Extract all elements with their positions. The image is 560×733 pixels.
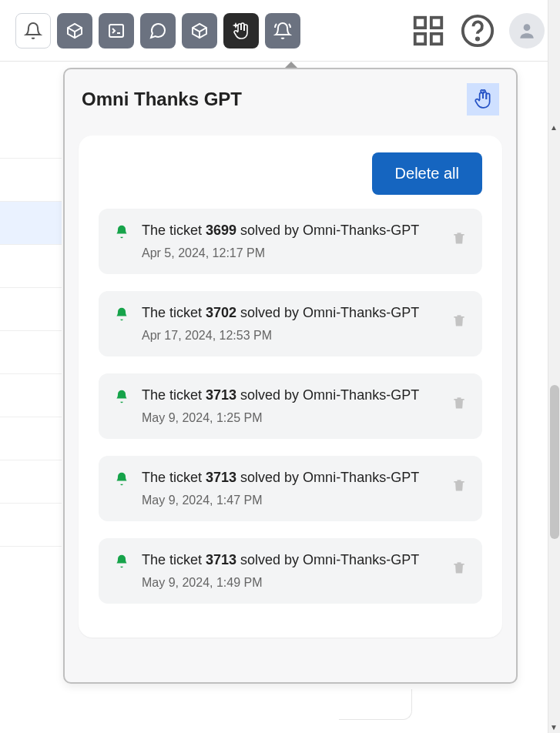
cube-app-button-1[interactable] — [57, 13, 92, 49]
toolbar-left-group — [15, 13, 300, 49]
hand-sparkle-icon — [232, 22, 250, 40]
notification-ticket-number: 3713 — [206, 552, 236, 567]
svg-rect-11 — [454, 481, 464, 483]
notification-body: The ticket 3713 solved by Omni-Thanks-GP… — [142, 552, 439, 590]
notification-bell-icon — [114, 306, 129, 325]
svg-point-6 — [477, 38, 478, 39]
notification-body: The ticket 3713 solved by Omni-Thanks-GP… — [142, 470, 439, 507]
notification-ticket-number: 3713 — [206, 470, 236, 485]
terminal-app-button[interactable] — [99, 13, 134, 49]
notification-item[interactable]: The ticket 3713 solved by Omni-Thanks-GP… — [99, 456, 482, 521]
notification-suffix: solved by Omni-Thanks-GPT — [236, 470, 419, 485]
svg-rect-4 — [431, 33, 441, 43]
popover-body[interactable]: Delete all The ticket 3699 solved by Omn… — [65, 125, 516, 682]
user-avatar[interactable] — [509, 13, 545, 49]
rail-row[interactable] — [0, 288, 62, 331]
notification-date: May 9, 2024, 1:47 PM — [142, 494, 439, 507]
notification-date: May 9, 2024, 1:49 PM — [142, 576, 439, 590]
scroll-down-arrow[interactable]: ▼ — [550, 723, 558, 731]
bell-icon — [24, 22, 42, 40]
svg-rect-0 — [109, 25, 123, 37]
rail-row[interactable] — [0, 547, 62, 602]
cube-app-button-2[interactable] — [182, 13, 217, 49]
rail-row-active[interactable] — [0, 202, 62, 245]
notification-item[interactable]: The ticket 3713 solved by Omni-Thanks-GP… — [99, 538, 482, 604]
notification-item[interactable]: The ticket 3702 solved by Omni-Thanks-GP… — [99, 291, 482, 356]
alerts-button[interactable] — [265, 13, 300, 49]
rail-row[interactable] — [0, 159, 62, 202]
notification-suffix: solved by Omni-Thanks-GPT — [236, 552, 419, 567]
popover-panel: Omni Thanks GPT Delete all The ticket 36… — [63, 68, 518, 684]
thanks-gpt-button-active[interactable] — [223, 13, 259, 49]
scroll-thumb[interactable] — [550, 385, 559, 539]
delete-notification-button[interactable] — [451, 230, 467, 249]
notification-date: Apr 17, 2024, 12:53 PM — [142, 329, 439, 343]
notification-date: Apr 5, 2024, 12:17 PM — [142, 246, 439, 260]
cube-icon — [65, 22, 84, 40]
background-panel-edge — [339, 689, 412, 720]
notification-list: The ticket 3699 solved by Omni-Thanks-GP… — [99, 209, 482, 604]
svg-rect-10 — [454, 399, 464, 400]
page-scrollbar[interactable]: ▲ ▼ — [548, 0, 560, 733]
chat-app-button[interactable] — [140, 13, 176, 49]
notification-text: The ticket 3702 solved by Omni-Thanks-GP… — [142, 305, 439, 321]
notification-bell-icon — [114, 554, 129, 572]
thanks-gpt-popover: Omni Thanks GPT Delete all The ticket 36… — [63, 68, 518, 684]
notification-item[interactable]: The ticket 3713 solved by Omni-Thanks-GP… — [99, 373, 482, 439]
notification-text: The ticket 3713 solved by Omni-Thanks-GP… — [142, 470, 439, 486]
terminal-icon — [107, 22, 126, 40]
toolbar-right-group — [411, 13, 545, 49]
notification-item[interactable]: The ticket 3699 solved by Omni-Thanks-GP… — [99, 209, 482, 274]
rail-row[interactable] — [0, 331, 62, 374]
notification-prefix: The ticket — [142, 470, 206, 485]
help-button[interactable] — [460, 13, 495, 49]
notification-body: The ticket 3699 solved by Omni-Thanks-GP… — [142, 223, 439, 260]
rail-row[interactable] — [0, 417, 62, 460]
notification-date: May 9, 2024, 1:25 PM — [142, 411, 439, 425]
notification-prefix: The ticket — [142, 223, 206, 238]
svg-rect-3 — [415, 33, 425, 43]
scroll-up-arrow[interactable]: ▲ — [550, 123, 558, 132]
popover-caret — [285, 62, 297, 68]
delete-notification-button[interactable] — [451, 395, 467, 413]
rail-row[interactable] — [0, 115, 62, 159]
thanks-logo — [467, 83, 499, 115]
notification-bell-icon — [114, 471, 129, 490]
top-toolbar — [0, 0, 560, 62]
notifications-card: Delete all The ticket 3699 solved by Omn… — [79, 136, 502, 638]
apps-grid-button[interactable] — [411, 13, 446, 49]
delete-notification-button[interactable] — [451, 313, 467, 331]
rail-row[interactable] — [0, 460, 62, 504]
notification-suffix: solved by Omni-Thanks-GPT — [236, 305, 419, 320]
rail-row[interactable] — [0, 504, 62, 547]
notification-bell-icon — [114, 224, 129, 243]
ringing-bell-icon — [273, 22, 292, 40]
svg-point-7 — [524, 24, 531, 31]
notification-suffix: solved by Omni-Thanks-GPT — [236, 387, 419, 403]
delete-notification-button[interactable] — [451, 560, 467, 578]
left-rail — [0, 115, 62, 602]
popover-title: Omni Thanks GPT — [82, 89, 242, 110]
notification-body: The ticket 3702 solved by Omni-Thanks-GP… — [142, 305, 439, 343]
notification-bell-icon — [114, 389, 129, 407]
popover-header: Omni Thanks GPT — [65, 69, 516, 125]
notification-text: The ticket 3713 solved by Omni-Thanks-GP… — [142, 387, 439, 403]
notification-body: The ticket 3713 solved by Omni-Thanks-GP… — [142, 387, 439, 425]
notification-text: The ticket 3713 solved by Omni-Thanks-GP… — [142, 552, 439, 568]
delete-all-button[interactable]: Delete all — [372, 152, 482, 195]
delete-all-row: Delete all — [99, 152, 482, 195]
rail-row[interactable] — [0, 374, 62, 417]
user-icon — [517, 21, 537, 41]
help-icon — [460, 13, 495, 49]
notifications-button[interactable] — [15, 13, 51, 49]
chat-icon — [149, 22, 167, 40]
svg-rect-12 — [454, 564, 464, 565]
notification-prefix: The ticket — [142, 387, 206, 403]
notification-prefix: The ticket — [142, 305, 206, 320]
svg-rect-1 — [415, 17, 425, 27]
cube-icon — [190, 22, 209, 40]
hand-heart-icon — [473, 89, 493, 109]
rail-row[interactable] — [0, 245, 62, 288]
delete-notification-button[interactable] — [451, 477, 467, 496]
svg-rect-9 — [454, 316, 464, 318]
